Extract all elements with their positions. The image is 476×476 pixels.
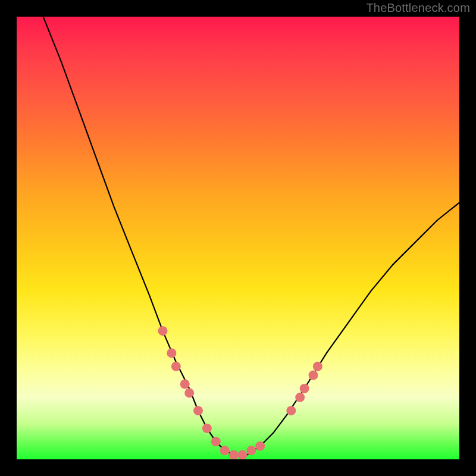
highlight-dots (158, 326, 322, 459)
marker-dot (286, 406, 296, 415)
marker-dot (309, 371, 318, 380)
chart-svg (17, 17, 459, 459)
bottleneck-curve (43, 17, 459, 455)
marker-dot (300, 384, 309, 393)
marker-dot (180, 380, 190, 389)
chart-frame: TheBottleneck.com (0, 0, 476, 476)
marker-dot (313, 362, 322, 371)
marker-dot (167, 348, 176, 358)
plot-area (17, 17, 459, 459)
marker-dot (171, 362, 181, 371)
marker-dot (229, 450, 239, 459)
marker-dot (246, 446, 256, 455)
marker-dot (184, 388, 194, 397)
marker-dot (237, 450, 247, 459)
curve-line (43, 17, 459, 455)
marker-dot (193, 406, 203, 415)
marker-dot (220, 446, 230, 455)
marker-dot (295, 393, 305, 402)
watermark-text: TheBottleneck.com (366, 1, 470, 15)
marker-dot (211, 437, 221, 446)
marker-dot (255, 441, 265, 451)
marker-dot (202, 424, 212, 433)
marker-dot (158, 326, 168, 336)
